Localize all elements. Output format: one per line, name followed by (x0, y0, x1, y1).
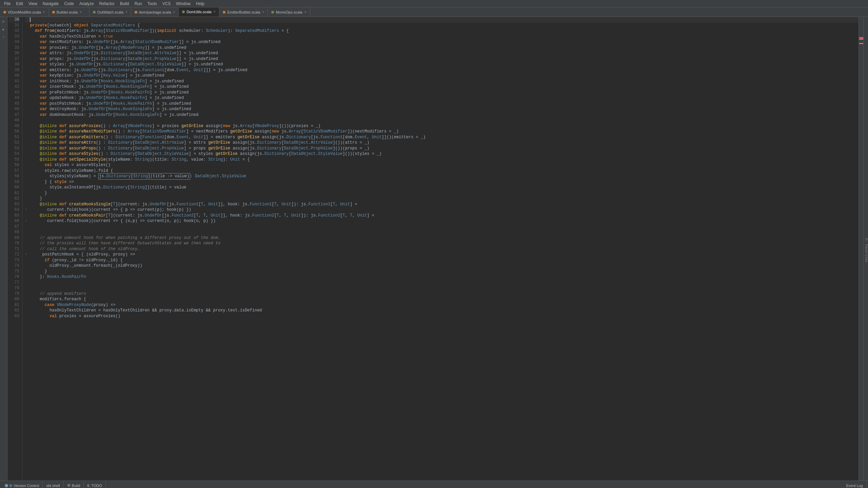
tab-label-vdom: VDomModifier.scala (8, 10, 41, 14)
menu-navigate[interactable]: Navigate (40, 0, 61, 7)
line-num-53: 53 (9, 146, 19, 151)
line-num-34: 34 (9, 39, 19, 45)
left-sidebar: P ▶ ⚡ (0, 17, 7, 481)
menu-analyze[interactable]: Analyze (77, 0, 97, 7)
todo-btn[interactable]: 6: TODO (84, 481, 106, 488)
tab-close-dom-package[interactable]: × (173, 10, 175, 14)
line-num-80: 80 (9, 297, 19, 302)
menu-view[interactable]: View (26, 0, 40, 7)
tab-dom-package[interactable]: dom/package.scala × (131, 7, 179, 17)
code-line-30 (25, 17, 859, 23)
code-line-41: var initHook: js.UndefOr[Hooks.HookSingl… (25, 79, 859, 84)
menu-file[interactable]: File (1, 0, 13, 7)
favorites-label: 2: Favorites (864, 238, 868, 262)
tab-monixops[interactable]: MonixOps.scala × (268, 7, 310, 17)
code-line-81: case VNodeProxyNode(proxy) => (25, 302, 859, 308)
vc-icon (5, 484, 8, 487)
menu-edit[interactable]: Edit (13, 0, 26, 7)
tab-close-vdom[interactable]: × (43, 10, 45, 14)
tab-close-domutils[interactable]: × (214, 10, 216, 14)
line-num-39: 39 (9, 67, 19, 73)
sbt-shell-btn[interactable]: sbt shell (43, 481, 63, 488)
tab-outwatch[interactable]: OutWatch.scala × (90, 7, 131, 17)
line-num-83: 83 (9, 313, 19, 319)
tab-close-builder[interactable]: × (80, 10, 82, 14)
line-num-58: 58 (9, 174, 19, 179)
line-num-74: 74 (9, 263, 19, 269)
sidebar-icon-2[interactable]: ⚡ (1, 34, 7, 40)
tab-icon-outwatch (93, 11, 96, 14)
event-log-btn[interactable]: Event Log (843, 481, 867, 488)
tab-label-dom-package: dom/package.scala (139, 10, 171, 14)
code-line-36: var attrs: js.UndefOr[js.Dictionary[Data… (25, 50, 859, 56)
menu-build[interactable]: Build (117, 0, 132, 7)
tab-close-outwatch[interactable]: × (125, 10, 127, 14)
code-content[interactable]: private[outwatch] object SeparatedModifi… (22, 17, 859, 481)
code-line-74: oldProxy._unmount.foreach(_(oldProxy)) (25, 263, 859, 269)
code-line-68 (25, 229, 859, 235)
line-num-31: 31 (9, 23, 19, 28)
code-line-59: } { style => (25, 179, 859, 185)
line-num-46: 46 (9, 106, 19, 112)
todo-label: 6: TODO (87, 484, 102, 488)
sidebar-icon-1[interactable]: ▶ (1, 26, 7, 33)
tab-vdomodifier[interactable]: VDomModifier.scala × (0, 7, 49, 17)
line-numbers: 30 31 32 33 34 35 36 37 38 39 40 41 42 4… (7, 17, 22, 481)
tab-emitterbuilder[interactable]: EmitterBuilder.scala × (219, 7, 268, 17)
code-line-45: var postPatchHook: js.UndefOr[Hooks.Hook… (25, 101, 859, 107)
menu-run[interactable]: Run (132, 0, 145, 7)
menu-code[interactable]: Code (61, 0, 77, 7)
build-btn[interactable]: ⚙ Build (64, 481, 84, 488)
tab-close-emitterbuilder[interactable]: × (262, 10, 264, 14)
line-num-78: 78 (9, 285, 19, 291)
line-num-50: 50 (9, 129, 19, 135)
code-line-75: } (25, 269, 859, 274)
code-line-60: style.asInstanceOf[js.Dictionary[String]… (25, 185, 859, 190)
line-num-65: 65 (9, 213, 19, 219)
scroll-error-64 (859, 37, 863, 38)
line-num-55: 55 (9, 157, 19, 163)
line-num-56: 56 (9, 162, 19, 168)
line-num-38: 38 (9, 62, 19, 67)
code-line-77 (25, 280, 859, 286)
code-line-31: private[outwatch] object SeparatedModifi… (25, 23, 859, 28)
code-line-83: val proxies = assureProxies() (25, 313, 859, 319)
line-num-63: 63 (9, 202, 19, 207)
menu-help[interactable]: Help (193, 0, 207, 7)
menu-vcs[interactable]: VCS (160, 0, 174, 7)
code-line-37: var props: js.UndefOr[js.Dictionary[Data… (25, 56, 859, 62)
code-line-67 (25, 224, 859, 230)
line-num-54: 54 (9, 151, 19, 157)
tab-icon-dom-package (135, 11, 137, 14)
code-line-39: var emitters: js.UndefOr[js.Dictionary[j… (25, 67, 859, 73)
bottom-toolbar: 9: Version Control sbt shell ⚙ Build 6: … (0, 481, 868, 488)
code-line-72: ↑ postPatchHook = { (oldProxy, proxy) => (25, 252, 859, 258)
code-line-82: hasOnlyTextChildren = hasOnlyTextChildre… (25, 308, 859, 313)
line-num-44: 44 (9, 95, 19, 101)
menu-window[interactable]: Window (173, 0, 193, 7)
line-num-73: 73 (9, 258, 19, 263)
tab-icon-emitterbuilder (223, 11, 225, 14)
tab-label-emitterbuilder: EmitterBuilder.scala (227, 10, 260, 14)
right-scrollbar[interactable] (859, 17, 863, 481)
tab-domutils[interactable]: DomUtils.scala × (179, 7, 219, 17)
line-num-51: 51 (9, 135, 19, 140)
code-line-66: ↑ current.fold(hook)(current => { (o,p) … (25, 218, 859, 224)
line-num-33: 33 (9, 34, 19, 40)
menu-bar: File Edit View Navigate Code Analyze Ref… (0, 0, 868, 7)
tab-label-builder: Builder.scala (57, 10, 78, 14)
error-marker-72: ↑ (25, 252, 27, 258)
menu-refactor[interactable]: Refactor (97, 0, 117, 7)
line-num-42: 42 (9, 84, 19, 90)
tab-builder[interactable]: Builder.scala × (49, 7, 90, 17)
line-num-48: 48 (9, 118, 19, 123)
line-num-37: 37 (9, 56, 19, 62)
version-control-label: 9: Version Control (9, 484, 39, 488)
version-control-btn[interactable]: 9: Version Control (1, 481, 43, 488)
line-num-68: 68 (9, 229, 19, 235)
sidebar-project-icon[interactable]: P (1, 19, 7, 25)
code-line-76: }: Hooks.HookPairFn (25, 274, 859, 280)
code-line-33: var hasOnlyTextChildren = true (25, 34, 859, 40)
tab-close-monixops[interactable]: × (304, 10, 307, 14)
menu-tools[interactable]: Tools (145, 0, 160, 7)
